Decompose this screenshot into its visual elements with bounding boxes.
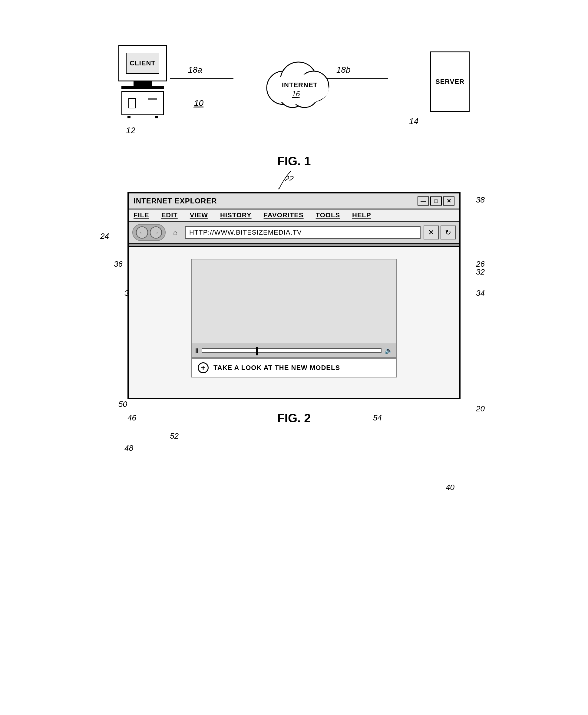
anno-50: 50 [119,399,127,409]
cloud-group: INTERNET 16 [256,51,341,112]
monitor: CLIENT [119,45,167,82]
fig1-caption: FIG. 1 [277,154,311,168]
fig2-diagram: 22 38 24 36 26 28 32 30 34 20 50 46 48 5… [97,192,491,399]
fig1-diagram: 18a 18b 10 12 14 CLIENT [82,18,506,145]
server-text: SERVER [435,78,464,86]
menu-tools[interactable]: TOOLS [316,211,340,219]
svg-text:18a: 18a [188,65,202,74]
menu-favorites[interactable]: FAVORITES [264,211,304,219]
fig1-container: 18a 18b 10 12 14 CLIENT [24,18,564,168]
menu-view[interactable]: VIEW [190,211,208,219]
toolbar-separator [129,244,459,247]
anno-32: 32 [476,267,485,277]
nav-oval: ← → [132,224,166,241]
home-button[interactable]: ⌂ [169,226,182,239]
client-label: CLIENT [130,59,155,67]
monitor-base [121,86,164,89]
anno-46: 46 [127,413,136,422]
stop-button[interactable]: ✕ [424,225,439,239]
foot-right [155,116,158,118]
progress-bar[interactable] [202,348,381,353]
anno-22-line [243,168,303,192]
browser-titlebar: INTERNET EXPLORER — □ ✕ [129,193,459,210]
computer-feet [121,116,164,118]
foot-left [127,116,130,118]
svg-text:16: 16 [292,90,300,98]
anno-52: 52 [170,431,178,441]
anno-24: 24 [100,232,109,241]
menu-edit[interactable]: EDIT [161,211,178,219]
server-group: INTERNET EXPLORER SERVER [430,51,469,112]
anno-38: 38 [476,195,485,204]
svg-text:10: 10 [194,99,204,108]
cloud-svg: INTERNET 16 [256,51,341,112]
browser-title: INTERNET EXPLORER [133,197,217,205]
video-screen [192,259,396,344]
svg-text:INTERNET: INTERNET [282,81,318,89]
menu-file[interactable]: FILE [133,211,149,219]
progress-indicator [256,347,258,355]
refresh-button[interactable]: ↻ [441,225,456,239]
anno-54: 54 [373,413,382,422]
plus-circle-icon: + [198,362,209,373]
forward-button[interactable]: → [150,226,162,239]
address-bar[interactable] [185,226,421,239]
anno-48: 48 [124,443,133,453]
hyperlink-text: TAKE A LOOK AT THE NEW MODELS [213,364,340,372]
video-controls: II 🔈 [192,344,396,358]
svg-point-13 [268,74,329,104]
hyperlink-bar[interactable]: + TAKE A LOOK AT THE NEW MODELS [191,358,397,377]
svg-line-17 [278,189,279,189]
server-box: INTERNET EXPLORER SERVER [430,51,469,112]
volume-icon[interactable]: 🔈 [384,347,393,354]
play-pause-button[interactable]: II [195,347,198,354]
menu-help[interactable]: HELP [352,211,371,219]
video-area: II 🔈 [191,259,397,358]
maximize-button[interactable]: □ [430,196,442,205]
monitor-screen: CLIENT [126,53,159,74]
browser-content: II 🔈 + [129,247,459,398]
anno-20: 20 [476,404,485,413]
svg-text:12: 12 [126,126,135,135]
browser-menubar: FILE EDIT VIEW HISTORY FAVORITES TOOLS H… [129,210,459,222]
client-group: CLIENT [119,45,167,118]
browser-window: INTERNET EXPLORER — □ ✕ FILE EDIT VIEW H… [127,192,461,399]
close-button[interactable]: ✕ [443,196,455,205]
computer-body [121,91,164,115]
minimize-button[interactable]: — [418,196,429,205]
window-controls: — □ ✕ [418,196,455,205]
toolbar-right: ✕ ↻ [424,225,456,239]
fig2-container: 22 38 24 36 26 28 32 30 34 20 50 46 48 5… [24,192,564,425]
svg-text:14: 14 [409,116,418,126]
menu-history[interactable]: HISTORY [220,211,252,219]
fig2-caption: FIG. 2 [277,411,311,425]
browser-toolbar: ← → ⌂ ✕ ↻ [129,222,459,244]
back-button[interactable]: ← [136,226,148,239]
anno-40: 40 [446,483,455,492]
anno-34: 34 [476,288,485,298]
anno-36: 36 [114,259,123,269]
monitor-stand [133,82,152,86]
